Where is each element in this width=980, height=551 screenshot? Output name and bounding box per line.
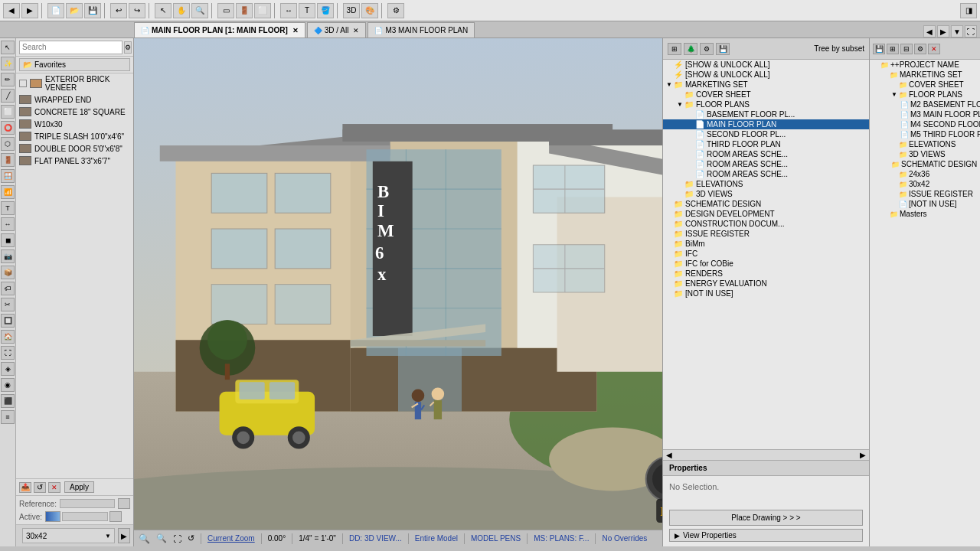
door-tool[interactable]: 🚪 [1,153,15,167]
material-item[interactable]: TRIPLE SLASH 10'0"x4'6" [16,130,133,142]
material-rotate-icon[interactable]: ↺ [34,482,46,493]
material-item[interactable]: WRAPPED END [16,93,133,106]
new-btn[interactable]: 📄 [47,3,64,18]
window-btn[interactable]: ⬜ [254,3,271,18]
zone-tool[interactable]: 🔲 [1,314,15,328]
rect-tool[interactable]: ⬜ [1,105,15,119]
pens-value[interactable]: MODEL PENS [471,534,521,543]
panel-toggle[interactable]: ◨ [960,3,977,18]
tree-item-basement_floor_pl[interactable]: 📄BASEMENT FLOOR PL... [663,109,869,119]
fr-settings-btn[interactable]: ⚙ [914,44,926,54]
tree-item-elevations[interactable]: 📁ELEVATIONS [663,179,869,189]
fr-tree-item-fr_m3_main[interactable]: 📄M3 MAIN FLOOR PL... [870,109,980,119]
active-slider[interactable] [109,511,122,522]
navigator-save-btn[interactable]: 💾 [716,43,730,55]
mesh-tool[interactable]: ⛶ [1,346,15,360]
poly-tool[interactable]: ⬡ [1,137,15,151]
open-btn[interactable]: 📂 [66,3,83,18]
fr-expand-btn[interactable]: ⊞ [887,44,899,54]
zoom-in-icon[interactable]: 🔍 [139,533,150,544]
stair-tool[interactable]: 📶 [1,185,15,199]
model-value[interactable]: Entire Model [415,534,458,543]
tab-close[interactable]: ✕ [292,27,299,34]
place-drawing-button[interactable]: Place Drawing > > > [669,510,863,526]
tree-item-issue_register[interactable]: 📁ISSUE REGISTER [663,229,869,239]
nav-next[interactable]: ▶ [937,25,949,37]
line-tool[interactable]: ╱ [1,89,15,103]
fill-btn[interactable]: 🪣 [317,3,334,18]
select-btn[interactable]: ↖ [155,3,172,18]
tree-item-third_floor_plan[interactable]: 📄THIRD FLOOR PLAN [663,139,869,149]
material-item[interactable]: EXTERIOR BRICK VENEER [16,73,133,93]
view-mode-value[interactable]: DD: 3D VIEW... [349,534,402,543]
search-input[interactable] [19,41,122,54]
fr-arrow[interactable]: ▼ [891,91,899,98]
fr-tree-item-fr_3d_views[interactable]: 📁3D VIEWS [870,149,980,159]
material-item[interactable]: CONCRETE 18" SQUARE [16,106,133,118]
material-item[interactable]: W10x30 [16,118,133,130]
fill-tool[interactable]: ◼ [1,233,15,247]
label-tool[interactable]: 🏷 [1,282,15,295]
material-checkbox[interactable] [19,80,27,87]
nav-prev[interactable]: ◀ [923,25,936,37]
favorites-button[interactable]: 📂 Favorites [19,58,130,71]
3d-btn[interactable]: 3D [343,3,360,18]
maximize-btn[interactable]: ⛶ [965,25,977,37]
magic-wand-tool[interactable]: ✨ [1,57,15,70]
tree-item-ifc[interactable]: 📁IFC [663,249,869,259]
railing-tool[interactable]: ≡ [1,410,15,424]
roof-tool[interactable]: 🏠 [1,330,15,344]
window-tool[interactable]: 🪟 [1,169,15,183]
navigator-settings-btn[interactable]: ⚙ [700,43,714,55]
fr-tree-item-fr_elevations[interactable]: 📁ELEVATIONS [870,139,980,149]
tree-item-3d_views[interactable]: 📁3D VIEWS [663,189,869,199]
dimension-tool[interactable]: ↔ [1,217,15,231]
shell-tool[interactable]: ◈ [1,362,15,376]
fr-tree-item-fr_m2_basement[interactable]: 📄M2 BASEMENT FLOO... [870,99,980,109]
fr-tree-item-fr_project[interactable]: 📁++PROJECT NAME [870,60,980,70]
tree-item-renders[interactable]: 📁RENDERS [663,269,869,279]
text-btn[interactable]: T [299,3,315,18]
undo-btn[interactable]: ↩ [110,3,127,18]
select-tool[interactable]: ↖ [1,41,15,54]
fr-tree-item-fr_m4_second[interactable]: 📄M4 SECOND FLOOR ... [870,119,980,129]
fr-tree-item-fr_24x36[interactable]: 📁24x36 [870,169,980,179]
camera-tool[interactable]: 📷 [1,249,15,263]
tree-item-not_in_use[interactable]: 📁[NOT IN USE] [663,289,869,298]
pan-btn[interactable]: ✋ [173,3,190,18]
rotate-icon[interactable]: ↺ [188,533,194,543]
zoom-out-icon[interactable]: 🔍 [156,533,167,543]
curtain-tool[interactable]: ⬛ [1,394,15,408]
zoom-btn[interactable]: 🔍 [191,3,208,18]
tree-item-marketing_set[interactable]: ▼📁MARKETING SET [663,80,869,90]
material-add-icon[interactable]: 📤 [19,482,31,493]
material-item[interactable]: FLAT PANEL 3'3"x6'7" [16,155,133,167]
fr-tree-item-fr_floor_plans[interactable]: ▼📁FLOOR PLANS [870,90,980,99]
search-settings-icon[interactable]: ⚙ [124,41,132,54]
tree-item-bimm[interactable]: 📁BiMm [663,239,869,249]
door-btn[interactable]: 🚪 [236,3,253,18]
forward-btn[interactable]: ▶ [21,3,38,18]
wall-btn[interactable]: ▭ [217,3,234,18]
apply-button[interactable]: Apply [64,481,94,493]
text-tool[interactable]: T [1,201,15,215]
tab-3d-all[interactable]: 🔷 3D / All ✕ [307,22,367,37]
panel-scroll-left[interactable]: ◀ [666,451,672,459]
tree-item-show_unlock_all_1[interactable]: ⚡[SHOW & UNLOCK ALL] [663,60,869,70]
tree-item-construction_docum[interactable]: 📁CONSTRUCTION DOCUM... [663,219,869,229]
tree-item-ifc_for_cobie[interactable]: 📁IFC for COBie [663,259,869,269]
section-tool[interactable]: ✂ [1,298,15,311]
overrides-value[interactable]: No Overrides [602,534,647,543]
tree-item-room_areas_3[interactable]: 📄ROOM AREAS SCHE... [663,169,869,179]
fr-tree-item-fr_cover_sheet[interactable]: 📁COVER SHEET [870,80,980,90]
settings-icon[interactable]: ⚙ [387,3,404,18]
view-properties-button[interactable]: ▶ View Properties [669,529,863,542]
circle-tool[interactable]: ⭕ [1,121,15,135]
fr-tree-item-fr_schematic[interactable]: 📁SCHEMATIC DESIGN [870,159,980,169]
fr-tree-item-fr_m5_third[interactable]: 📄M5 THIRD FLOOR PL... [870,129,980,139]
object-tool[interactable]: 📦 [1,266,15,279]
fr-save-btn[interactable]: 💾 [873,44,885,54]
render-btn[interactable]: 🎨 [361,3,378,18]
tree-item-schematic_design[interactable]: 📁SCHEMATIC DESIGN [663,199,869,209]
panel-scroll-right[interactable]: ▶ [860,451,866,459]
